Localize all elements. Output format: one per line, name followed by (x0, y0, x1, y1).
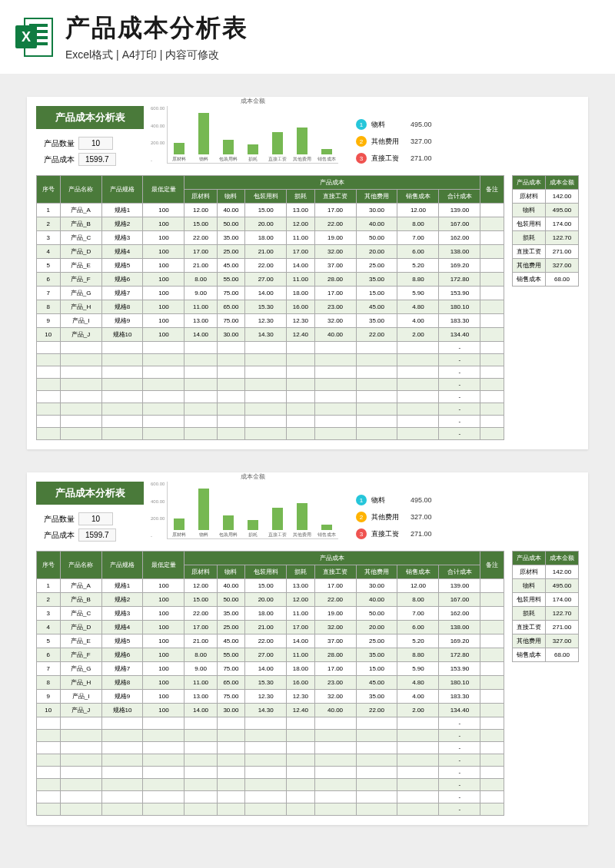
table-row: 7产品_G规格71009.0075.0014.0018.0017.0015.00… (37, 287, 504, 300)
side-row: 其他费用327.00 (513, 259, 579, 273)
table-row-empty: - (37, 428, 504, 440)
sheet-title: 产品成本分析表 (36, 482, 144, 505)
table-row-empty: - (37, 803, 504, 816)
chart-bar: 原材料 (172, 143, 186, 163)
chart-bar: 直接工资 (271, 132, 284, 163)
chart-bar: 物料 (197, 489, 211, 538)
table-row-empty: - (37, 354, 504, 366)
table-row: 1产品_A规格110012.0040.0015.0013.0017.0030.0… (37, 579, 504, 593)
table-row: 9产品_I规格910013.0075.0012.3012.3032.0035.0… (37, 314, 504, 328)
table-row: 8产品_H规格810011.0065.0015.3016.0023.0045.0… (37, 300, 504, 314)
main-cost-table: 序号产品名称产品规格最低定量产品成本备注 原材料物料包装用料损耗直接工资其他费用… (36, 175, 504, 440)
table-row-empty: - (37, 754, 504, 767)
side-row: 直接工资271.00 (513, 245, 579, 259)
table-row: 1产品_A规格110012.0040.0015.0013.0017.0030.0… (37, 204, 504, 217)
table-row-empty: - (37, 742, 504, 754)
legend-item: 1物料495.00 (356, 119, 432, 130)
table-row: 7产品_G规格71009.0075.0014.0018.0017.0015.00… (37, 662, 504, 676)
side-row: 物料495.00 (513, 579, 579, 593)
chart-bar: 其他费用 (295, 128, 309, 163)
chart-legend: 1物料495.002其他费用327.003直接工资271.00 (356, 495, 432, 539)
table-row: 10产品_J规格1010014.0030.0014.3012.4040.0022… (37, 704, 504, 717)
spreadsheet-preview: 产品成本分析表 产品数量10 产品成本1599.7 成本金额 600.00400… (27, 97, 588, 449)
chart-bar: 销售成本 (320, 525, 334, 538)
table-row-empty: - (37, 767, 504, 779)
table-row-empty: - (37, 366, 504, 379)
side-row: 物料495.00 (513, 204, 579, 217)
summary-table: 产品成本成本金额 原材料142.00物料495.00包装用料174.00损耗12… (512, 551, 579, 662)
table-row: 3产品_C规格310022.0035.0018.0011.0019.0050.0… (37, 231, 504, 245)
table-row: 2产品_B规格210015.0050.0020.0012.0022.0040.0… (37, 593, 504, 607)
side-row: 损耗122.70 (513, 607, 579, 621)
svg-text:X: X (22, 29, 31, 45)
table-row: 6产品_F规格61008.0055.0027.0011.0028.0035.00… (37, 648, 504, 662)
chart-bar: 原材料 (172, 518, 186, 538)
info-cost: 产品成本1599.7 (36, 153, 144, 166)
table-row: 2产品_B规格210015.0050.0020.0012.0022.0040.0… (37, 217, 504, 231)
header-text: 产品成本分析表 Excel格式 | A4打印 | 内容可修改 (65, 12, 248, 62)
main-cost-table: 序号产品名称产品规格最低定量产品成本备注 原材料物料包装用料损耗直接工资其他费用… (36, 551, 504, 816)
page-header: X 产品成本分析表 Excel格式 | A4打印 | 内容可修改 (0, 0, 615, 74)
table-row: 6产品_F规格61008.0055.0027.0011.0028.0035.00… (37, 273, 504, 287)
table-row-empty: - (37, 779, 504, 791)
side-row: 损耗122.70 (513, 231, 579, 245)
side-row: 原材料142.00 (513, 565, 579, 579)
page-title: 产品成本分析表 (65, 12, 248, 45)
side-row: 直接工资271.00 (513, 621, 579, 634)
table-row-empty: - (37, 791, 504, 803)
spreadsheet-preview: 产品成本分析表 产品数量10 产品成本1599.7 成本金额 600.00400… (27, 472, 588, 825)
chart-legend: 1物料495.002其他费用327.003直接工资271.00 (356, 119, 432, 164)
table-row: 10产品_J规格1010014.0030.0014.3012.4040.0022… (37, 328, 504, 342)
side-row: 包装用料174.00 (513, 217, 579, 231)
cost-bar-chart: 成本金额 600.00400.00200.00- 原材料物料包装用料损耗直接工资… (167, 482, 338, 539)
info-qty: 产品数量10 (36, 137, 144, 150)
table-row-empty: - (37, 717, 504, 730)
cost-bar-chart: 成本金额 600.00400.00200.00- 原材料物料包装用料损耗直接工资… (167, 106, 338, 164)
legend-item: 1物料495.00 (356, 495, 432, 505)
summary-table: 产品成本成本金额 原材料142.00物料495.00包装用料174.00损耗12… (512, 175, 579, 287)
legend-item: 2其他费用327.00 (356, 136, 432, 147)
chart-bar: 直接工资 (271, 508, 284, 538)
table-row-empty: - (37, 730, 504, 742)
table-row: 5产品_E规格510021.0045.0022.0014.0037.0025.0… (37, 259, 504, 273)
chart-bar: 包装用料 (221, 515, 235, 538)
chart-bar: 损耗 (246, 144, 260, 163)
excel-icon: X (15, 16, 54, 58)
table-row: 4产品_D规格410017.0025.0021.0017.0032.0020.0… (37, 245, 504, 259)
table-row: 5产品_E规格510021.0045.0022.0014.0037.0025.0… (37, 634, 504, 648)
table-row-empty: - (37, 403, 504, 416)
info-cost: 产品成本1599.7 (36, 528, 144, 542)
table-row-empty: - (37, 416, 504, 428)
table-row: 3产品_C规格310022.0035.0018.0011.0019.0050.0… (37, 607, 504, 621)
side-row: 包装用料174.00 (513, 593, 579, 607)
side-row: 其他费用327.00 (513, 634, 579, 648)
side-row: 原材料142.00 (513, 190, 579, 204)
chart-bar: 包装用料 (221, 140, 235, 163)
legend-item: 3直接工资271.00 (356, 528, 432, 539)
chart-bar: 其他费用 (295, 503, 309, 538)
legend-item: 3直接工资271.00 (356, 153, 432, 164)
info-qty: 产品数量10 (36, 512, 144, 525)
chart-bar: 销售成本 (320, 149, 334, 163)
table-row: 4产品_D规格410017.0025.0021.0017.0032.0020.0… (37, 621, 504, 634)
sheet-title: 产品成本分析表 (36, 106, 144, 129)
table-row-empty: - (37, 391, 504, 403)
legend-item: 2其他费用327.00 (356, 512, 432, 522)
page-subtitle: Excel格式 | A4打印 | 内容可修改 (65, 48, 248, 62)
side-row: 销售成本68.00 (513, 648, 579, 662)
side-row: 销售成本68.00 (513, 273, 579, 287)
table-row: 8产品_H规格810011.0065.0015.3016.0023.0045.0… (37, 676, 504, 690)
chart-bar: 物料 (197, 113, 211, 163)
preview-area: 产品成本分析表 产品数量10 产品成本1599.7 成本金额 600.00400… (0, 74, 615, 868)
chart-bar: 损耗 (246, 520, 260, 538)
table-row: 9产品_I规格910013.0075.0012.3012.3032.0035.0… (37, 690, 504, 704)
table-row-empty: - (37, 379, 504, 391)
table-row-empty: - (37, 342, 504, 354)
